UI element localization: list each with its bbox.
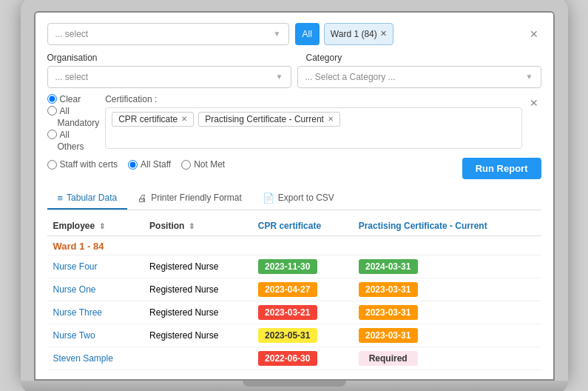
all-tag-btn[interactable]: All — [295, 23, 320, 45]
tab-printer-friendly[interactable]: 🖨 Printer Friendly Format — [127, 188, 252, 210]
position-sort-icon[interactable]: ⇕ — [189, 222, 195, 230]
position-nurse-three: Registered Nurse — [143, 301, 252, 324]
cpr-steven-sample: 2022-06-30 — [252, 347, 353, 370]
table-row: Nurse One Registered Nurse 2023-04-27 20… — [47, 278, 541, 301]
certification-label: Certification : — [105, 94, 521, 104]
pcc-nurse-two: 2023-03-31 — [353, 324, 541, 347]
run-report-button[interactable]: Run Report — [462, 158, 541, 179]
category-select-placeholder: ... Select a Category ... — [305, 72, 396, 82]
cpr-nurse-three: 2023-03-21 — [252, 301, 353, 324]
cert-tags-close[interactable]: ✕ — [527, 94, 541, 112]
radio-all-mandatory-input[interactable] — [47, 106, 57, 116]
not-met-label: Not Met — [194, 159, 225, 170]
printer-icon: 🖨 — [138, 193, 147, 204]
employee-sort-icon[interactable]: ⇕ — [99, 222, 105, 230]
category-select-arrow: ▼ — [526, 73, 533, 81]
col-cpr: CPR certificate — [252, 216, 353, 236]
employee-nurse-one[interactable]: Nurse One — [53, 284, 96, 295]
radio-all-others[interactable]: All — [47, 130, 100, 140]
table-row: Nurse Four Registered Nurse 2023-11-30 2… — [47, 255, 541, 278]
org-select[interactable]: ... select ▼ — [47, 66, 291, 88]
radio-all-mandatory-label: All — [60, 106, 70, 116]
cert-tag-cpr: CPR certificate ✕ — [112, 112, 194, 127]
radio-clear-label: Clear — [60, 94, 81, 104]
ward-header-cell: Ward 1 - 84 — [47, 235, 541, 255]
cpr-nurse-two: 2023-05-31 — [252, 324, 353, 347]
col-pcc: Practising Certificate - Current — [353, 216, 541, 236]
tab-tabular-label: Tabular Data — [67, 193, 117, 203]
cert-tags-container: CPR certificate ✕ Practising Certificate… — [105, 107, 521, 149]
cert-tag-pcc: Practising Certificate - Current ✕ — [198, 112, 340, 127]
table-row: Nurse Three Registered Nurse 2023-03-21 … — [47, 301, 541, 324]
cert-tag-cpr-close[interactable]: ✕ — [181, 115, 187, 123]
org-select-placeholder: ... select — [55, 72, 89, 82]
radio-all-others-label: All — [60, 130, 70, 140]
col-employee: Employee ⇕ — [47, 216, 144, 236]
radio-clear[interactable]: Clear — [47, 94, 100, 104]
radio-mandatory-sub: Mandatory — [47, 118, 100, 128]
radio-others-sub: Others — [47, 141, 100, 152]
employee-steven-sample[interactable]: Steven Sample — [53, 353, 113, 364]
tab-printer-label: Printer Friendly Format — [151, 193, 242, 203]
employee-nurse-three[interactable]: Nurse Three — [53, 307, 102, 318]
csv-icon: 📄 — [263, 193, 274, 204]
tab-csv-label: Export to CSV — [278, 193, 334, 203]
category-label: Category — [306, 53, 342, 63]
table-row: Steven Sample 2022-06-30 Required — [47, 347, 541, 370]
staff-with-certs-label: Staff with certs — [60, 159, 118, 170]
org-label: Organisation — [47, 53, 98, 63]
staff-with-certs-input[interactable] — [47, 160, 57, 170]
top-select[interactable]: ... select ▼ — [47, 23, 289, 45]
all-staff-radio[interactable]: All Staff — [128, 159, 171, 170]
col-position: Position ⇕ — [143, 216, 252, 236]
all-staff-label: All Staff — [141, 159, 171, 170]
radio-options-left: Clear All Mandatory All — [47, 94, 100, 152]
ward-header-row: Ward 1 - 84 — [47, 235, 541, 255]
cpr-nurse-one: 2023-04-27 — [252, 278, 353, 301]
tag-bar: All Ward 1 (84) ✕ — [295, 23, 521, 45]
pcc-steven-sample: Required — [353, 347, 541, 370]
all-staff-input[interactable] — [128, 160, 138, 170]
top-select-placeholder: ... select — [55, 29, 89, 39]
category-select[interactable]: ... Select a Category ... ▼ — [297, 66, 541, 88]
cert-tag-pcc-label: Practising Certificate - Current — [205, 114, 324, 124]
ward-tag: Ward 1 (84) ✕ — [324, 23, 393, 45]
position-nurse-one: Registered Nurse — [143, 278, 252, 301]
cpr-nurse-four: 2023-11-30 — [252, 255, 353, 278]
data-table: Employee ⇕ Position ⇕ CPR certificate Pr… — [47, 216, 541, 370]
not-met-radio[interactable]: Not Met — [181, 159, 225, 170]
pcc-nurse-three: 2023-03-31 — [353, 301, 541, 324]
radio-all-mandatory[interactable]: All — [47, 106, 100, 116]
employee-nurse-two[interactable]: Nurse Two — [53, 330, 95, 341]
staff-radio-row: Staff with certs All Staff Not Met — [47, 159, 226, 170]
staff-with-certs-radio[interactable]: Staff with certs — [47, 159, 118, 170]
tab-tabular-data[interactable]: ≡ Tabular Data — [47, 188, 128, 210]
cert-tag-pcc-close[interactable]: ✕ — [328, 115, 334, 123]
position-nurse-two: Registered Nurse — [143, 324, 252, 347]
tab-export-csv[interactable]: 📄 Export to CSV — [252, 188, 345, 210]
radio-all-others-input[interactable] — [47, 130, 57, 139]
cert-tag-cpr-label: CPR certificate — [118, 114, 178, 124]
org-select-arrow: ▼ — [276, 73, 283, 81]
ward-tag-close[interactable]: ✕ — [380, 29, 387, 39]
pcc-nurse-four: 2024-03-31 — [353, 255, 541, 278]
position-steven-sample — [143, 347, 252, 370]
pcc-nurse-one: 2023-03-31 — [353, 278, 541, 301]
top-select-arrow: ▼ — [274, 30, 281, 38]
ward-tag-label: Ward 1 (84) — [331, 29, 377, 39]
close-filter-btn[interactable]: ✕ — [527, 28, 541, 40]
table-row: Nurse Two Registered Nurse 2023-05-31 20… — [47, 324, 541, 347]
tabular-icon: ≡ — [58, 193, 64, 204]
employee-nurse-four[interactable]: Nurse Four — [53, 261, 98, 272]
tabs-row: ≡ Tabular Data 🖨 Printer Friendly Format… — [47, 185, 541, 210]
not-met-input[interactable] — [181, 160, 191, 170]
position-nurse-four: Registered Nurse — [143, 255, 252, 278]
radio-clear-input[interactable] — [47, 94, 57, 104]
